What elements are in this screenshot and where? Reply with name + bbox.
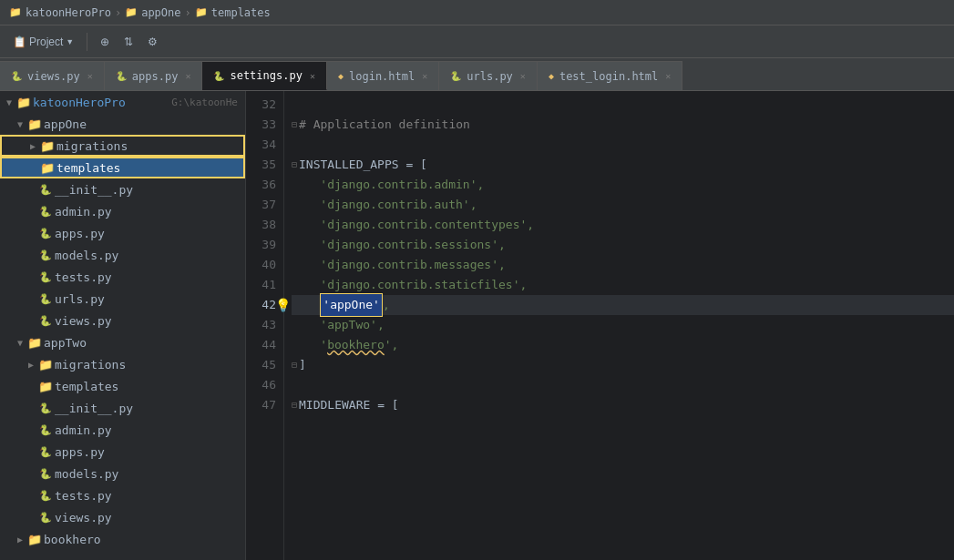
- bookhero-arrow: [15, 535, 26, 545]
- tab-urls-py[interactable]: 🐍 urls.py ✕: [439, 61, 538, 90]
- line-num-38: 38: [246, 215, 283, 235]
- sync-icon: ⇅: [124, 36, 133, 48]
- admin2-label: admin.py: [55, 423, 238, 437]
- middleware-var: MIDDLEWARE: [299, 395, 377, 415]
- code-line-32: [292, 95, 954, 115]
- tests2-file-icon: 🐍: [38, 488, 53, 503]
- sidebar-item-urls-appone[interactable]: 🐍 urls.py: [0, 288, 245, 310]
- models-file-icon: 🐍: [38, 248, 53, 262]
- sidebar-item-templates-apptwo[interactable]: 📁 templates: [0, 375, 245, 397]
- appone-folder-icon: 📁: [27, 117, 42, 131]
- sidebar-item-migrations-apptwo[interactable]: 📁 migrations: [0, 353, 245, 375]
- html-icon: ◆: [549, 71, 554, 81]
- templates-label: templates: [56, 161, 236, 175]
- sidebar-item-apps-apptwo[interactable]: 🐍 apps.py: [0, 441, 245, 463]
- breadcrumb-project: katoonHeroPro: [26, 6, 111, 19]
- line-num-46: 46: [246, 375, 283, 395]
- models2-file-icon: 🐍: [38, 466, 53, 481]
- sidebar-item-templates-appone[interactable]: 📁 templates: [0, 157, 245, 178]
- title-bar: 📁 katoonHeroPro › 📁 appOne › 📁 templates: [0, 0, 954, 25]
- sidebar-item-admin-appone[interactable]: 🐍 admin.py: [0, 200, 245, 222]
- tab-close-views-py[interactable]: ✕: [87, 71, 93, 81]
- project-button[interactable]: 📋 Project ▼: [7, 33, 79, 51]
- tab-apps-py[interactable]: 🐍 apps.py ✕: [105, 61, 203, 90]
- bookhero-folder-icon: 📁: [27, 532, 42, 546]
- sidebar-item-migrations-appone[interactable]: 📁 migrations: [0, 135, 245, 157]
- views2-file-icon: 🐍: [38, 510, 53, 524]
- sync-button[interactable]: ⇅: [118, 33, 138, 51]
- sidebar-item-apps-appone[interactable]: 🐍 apps.py: [0, 222, 245, 244]
- apptwo-label: appTwo: [44, 336, 238, 350]
- migrations2-arrow: [26, 360, 36, 370]
- comment-text: # Application definition: [299, 115, 470, 135]
- sidebar-item-models-appone[interactable]: 🐍 models.py: [0, 244, 245, 266]
- appone-selected-text: 'appOne': [320, 293, 383, 317]
- init2-label: __init__.py: [55, 402, 238, 415]
- tab-login-html[interactable]: ◆ login.html ✕: [327, 61, 439, 90]
- toolbar-divider: [87, 33, 87, 51]
- apps2-label: apps.py: [55, 445, 238, 459]
- migrations-folder-icon: 📁: [40, 138, 55, 153]
- root-folder-icon: 📁: [16, 95, 31, 109]
- line-num-36: 36: [246, 175, 283, 195]
- code-line-38: 'django.contrib.contenttypes',: [292, 215, 954, 235]
- line-num-35: 35: [246, 155, 283, 175]
- tab-settings-py[interactable]: 🐍 settings.py ✕: [202, 61, 327, 90]
- add-icon: ⊕: [100, 36, 109, 48]
- code-line-35: ⊟ INSTALLED_APPS = [: [292, 155, 954, 175]
- sidebar-item-models-apptwo[interactable]: 🐍 models.py: [0, 463, 245, 484]
- code-line-34: [292, 135, 954, 155]
- sidebar-item-init-appone[interactable]: 🐍 __init__.py: [0, 178, 245, 200]
- breadcrumb-app: appOne: [141, 6, 180, 19]
- line-num-47: 47: [246, 395, 283, 415]
- root-arrow: [4, 97, 15, 107]
- tab-test-login-html[interactable]: ◆ test_login.html ✕: [538, 61, 682, 90]
- line-num-33: 33: [246, 115, 283, 135]
- py-icon: 🐍: [116, 71, 127, 81]
- sidebar-item-init-apptwo[interactable]: 🐍 __init__.py: [0, 397, 245, 419]
- templates2-label: templates: [55, 380, 238, 393]
- apptwo-arrow: [15, 338, 26, 348]
- code-line-45: ⊟ ]: [292, 355, 954, 375]
- tab-close-login-html[interactable]: ✕: [422, 71, 427, 81]
- tests-file-icon: 🐍: [38, 270, 53, 284]
- sidebar-item-tests-apptwo[interactable]: 🐍 tests.py: [0, 484, 245, 506]
- project-folder-icon: 📁: [9, 6, 22, 18]
- sidebar-item-root[interactable]: 📁 katoonHeroPro G:\katoonHe: [0, 91, 245, 113]
- py-icon: 🐍: [213, 71, 224, 81]
- tab-close-settings-py[interactable]: ✕: [310, 71, 315, 81]
- init2-file-icon: 🐍: [38, 401, 53, 415]
- models-label: models.py: [55, 249, 238, 262]
- sidebar-item-views-appone[interactable]: 🐍 views.py: [0, 310, 245, 331]
- code-line-42: 💡 'appOne',: [292, 295, 954, 315]
- sidebar: 📁 katoonHeroPro G:\katoonHe 📁 appOne 📁 m…: [0, 91, 246, 560]
- tab-views-py[interactable]: 🐍 views.py ✕: [0, 61, 105, 90]
- tab-close-test-login-html[interactable]: ✕: [665, 71, 671, 81]
- sidebar-item-views-apptwo[interactable]: 🐍 views.py: [0, 506, 245, 528]
- sidebar-item-bookhero[interactable]: 📁 bookhero: [0, 528, 245, 550]
- tab-close-urls-py[interactable]: ✕: [520, 71, 526, 81]
- line-num-34: 34: [246, 135, 283, 155]
- tab-close-apps-py[interactable]: ✕: [185, 71, 190, 81]
- breadcrumb: 📁 katoonHeroPro › 📁 appOne › 📁 templates: [9, 6, 271, 19]
- bookhero-label: bookhero: [44, 533, 238, 546]
- line-num-39: 39: [246, 235, 283, 255]
- line-numbers: 32 33 34 35 36 37 38 39 40 41 42 43 44 4…: [246, 91, 284, 560]
- migrations-label: migrations: [56, 139, 236, 153]
- sidebar-item-admin-apptwo[interactable]: 🐍 admin.py: [0, 419, 245, 441]
- sidebar-item-apptwo[interactable]: 📁 appTwo: [0, 331, 245, 353]
- editor-area[interactable]: 32 33 34 35 36 37 38 39 40 41 42 43 44 4…: [246, 91, 954, 560]
- py-icon: 🐍: [11, 71, 22, 81]
- settings-button[interactable]: ⚙: [142, 33, 163, 51]
- apptwo-folder-icon: 📁: [27, 335, 42, 350]
- add-button[interactable]: ⊕: [95, 33, 115, 51]
- sidebar-item-tests-appone[interactable]: 🐍 tests.py: [0, 266, 245, 288]
- py-icon: 🐍: [450, 71, 461, 81]
- init-label: __init__.py: [55, 183, 238, 197]
- bulb-icon[interactable]: 💡: [275, 295, 291, 315]
- line-num-41: 41: [246, 275, 283, 295]
- admin-label: admin.py: [55, 205, 238, 219]
- html-icon: ◆: [338, 71, 344, 81]
- templates2-folder-icon: 📁: [38, 379, 53, 393]
- sidebar-item-appone[interactable]: 📁 appOne: [0, 113, 245, 135]
